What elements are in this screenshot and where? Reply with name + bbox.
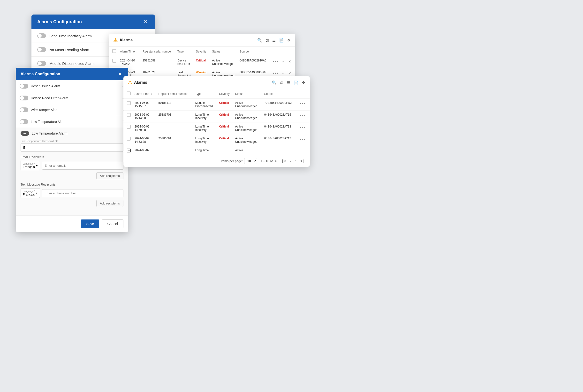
modal-title-1: Alarms Configuration (37, 19, 82, 24)
lang-chevron-email: ▾ (36, 164, 38, 168)
fullscreen-icon-1[interactable]: ✥ (287, 38, 291, 43)
email-input[interactable] (42, 162, 124, 170)
row-menu-btn[interactable]: ••• (299, 101, 307, 106)
alarms-table-1: Alarm Time ↓ Register serial number Type… (109, 47, 295, 80)
th-alarm-time-1[interactable]: Alarm Time ↓ (118, 47, 140, 56)
last-page-btn[interactable]: >‖ (299, 158, 306, 164)
accordion-device-read: Device Read Error Alarm ⌄ (16, 92, 128, 104)
row-check[interactable] (127, 101, 131, 105)
cell-type: Long Time Inactivity (193, 134, 217, 146)
row-check-btn[interactable]: ✓ (281, 71, 286, 76)
th-severity-2[interactable]: Severity (217, 89, 233, 99)
th-type-2[interactable]: Type (193, 89, 217, 99)
row-menu-btn[interactable]: ••• (299, 125, 307, 130)
close-button-2[interactable]: ✕ (116, 71, 124, 77)
th-actions-2 (297, 89, 310, 99)
cancel-button-2[interactable]: Cancel (102, 220, 124, 228)
cell-type: Long Time (193, 146, 217, 155)
text-recipients-row: Language * Français ▾ (20, 188, 124, 198)
filter-icon-1[interactable]: ⚖ (265, 38, 269, 43)
search-icon-1[interactable]: 🔍 (257, 38, 262, 43)
cell-severity (217, 146, 233, 155)
items-per-page-label: Items per page: (221, 159, 243, 163)
row-check[interactable] (112, 59, 116, 63)
table-row: 2024-05-02 15:14:28 25386703 Long Time I… (124, 110, 310, 122)
row-menu-btn[interactable]: ••• (299, 113, 307, 118)
language-select-text[interactable]: Language * Français ▾ (20, 188, 40, 198)
cell-time: 2024-05-02 15:14:28 (132, 110, 156, 122)
prev-page-btn[interactable]: ‹ (288, 158, 292, 164)
toggle-module[interactable] (37, 61, 46, 66)
th-status-2[interactable]: Status (233, 89, 262, 99)
email-recipients-section: Email Recipients Language * Français ▾ A… (20, 155, 124, 179)
th-status-1[interactable]: Status (210, 47, 238, 56)
export-icon-1[interactable]: 📄 (278, 38, 284, 43)
search-icon-2[interactable]: 🔍 (271, 80, 277, 86)
toggle-device-read[interactable] (20, 96, 28, 100)
row-check[interactable] (127, 137, 131, 140)
cell-time: 2024-05-02 14:59:28 (132, 122, 156, 134)
accordion-header-wire-tamper[interactable]: Wire Tamper Alarm ⌄ (16, 104, 128, 116)
toggle-minus-low-temp[interactable] (20, 131, 29, 136)
threshold-input[interactable] (20, 144, 124, 152)
row-menu-btn[interactable]: ••• (299, 137, 307, 142)
items-per-page-dropdown[interactable]: 10 25 50 (244, 158, 257, 164)
cell-type: Device read error (176, 56, 194, 68)
row-check[interactable] (127, 113, 131, 117)
filter-icon-2[interactable]: ⚖ (280, 80, 284, 86)
accordion-header-reset[interactable]: Reset Issued Alarm ⌄ (16, 80, 128, 92)
cell-time: 2024-05-02 14:53:28 (132, 134, 156, 146)
row-menu-btn[interactable]: ••• (272, 59, 280, 64)
accordion-header-device-read[interactable]: Device Read Error Alarm ⌄ (16, 92, 128, 104)
language-select-email[interactable]: Language * Français ▾ (20, 161, 40, 170)
add-phone-button[interactable]: Add recipients (96, 200, 124, 207)
th-serial-2[interactable]: Register serial number (156, 89, 193, 99)
th-type-1[interactable]: Type (176, 47, 194, 56)
export-icon-2[interactable]: 📄 (293, 80, 299, 86)
add-phone-btn-wrap: Add recipients (20, 200, 124, 207)
lang-label-small-email: Language * (23, 162, 35, 165)
row-close-btn[interactable]: ✕ (287, 71, 292, 76)
cell-severity: Critical (217, 134, 233, 146)
first-page-btn[interactable]: ‖< (280, 158, 288, 164)
columns-icon-2[interactable]: ☰ (286, 80, 291, 86)
email-recipients-label: Email Recipients (20, 155, 124, 159)
label-reset: Reset Issued Alarm (31, 84, 60, 88)
toggle-reset[interactable] (20, 84, 28, 88)
th-severity-1[interactable]: Severity (194, 47, 210, 56)
th-source-1[interactable]: Source (238, 47, 270, 56)
th-source-2[interactable]: Source (262, 89, 297, 99)
columns-icon-1[interactable]: ☰ (272, 38, 276, 43)
fullscreen-icon-2[interactable]: ✥ (301, 80, 306, 86)
toggle-wire-tamper[interactable] (20, 108, 28, 112)
th-serial-1[interactable]: Register serial number (140, 47, 176, 56)
row-check[interactable] (127, 125, 131, 129)
table-row: 2024-05-02 14:53:28 25386691 Long Time I… (124, 134, 310, 146)
cell-actions: ••• (297, 134, 310, 146)
phone-input[interactable] (42, 189, 124, 197)
select-all-1[interactable] (112, 49, 116, 53)
toggle-low-temp[interactable] (20, 119, 28, 124)
toggle-long-time[interactable] (37, 34, 46, 38)
toggle-no-meter[interactable] (37, 47, 46, 52)
save-button-2[interactable]: Save (81, 220, 99, 228)
cell-serial: 50188118 (156, 99, 193, 110)
select-all-2[interactable] (127, 92, 131, 95)
cell-severity: Critical (194, 56, 210, 68)
alarms-panel-2: ⚠ Alarms 🔍 ⚖ ☰ 📄 ✥ Alarm Time ↓ Register… (124, 76, 310, 167)
text-recipients-label: Text Message Recipients (20, 183, 124, 186)
row-check[interactable] (127, 148, 131, 152)
th-alarm-time-2[interactable]: Alarm Time ↓ (132, 89, 156, 99)
row-close-btn[interactable]: ✕ (287, 59, 292, 64)
table-row: 2024-05-02 14:59:28 Long Time Inactivity… (124, 122, 310, 134)
row-check-btn[interactable]: ✓ (281, 59, 286, 64)
panel-title-1: ⚠ Alarms (113, 37, 132, 43)
add-email-button[interactable]: Add recipients (96, 172, 124, 179)
close-button-1[interactable]: ✕ (142, 19, 149, 25)
panel-title-text-2: Alarms (134, 80, 147, 85)
cell-status: Active Unacknowledged (233, 110, 262, 122)
accordion-header-low-temp[interactable]: Low Temperature Alarm ⌃ (16, 116, 128, 128)
next-page-btn[interactable]: › (294, 158, 298, 164)
label-wire-tamper: Wire Tamper Alarm (31, 108, 60, 112)
row-menu-btn[interactable]: ••• (272, 71, 280, 76)
